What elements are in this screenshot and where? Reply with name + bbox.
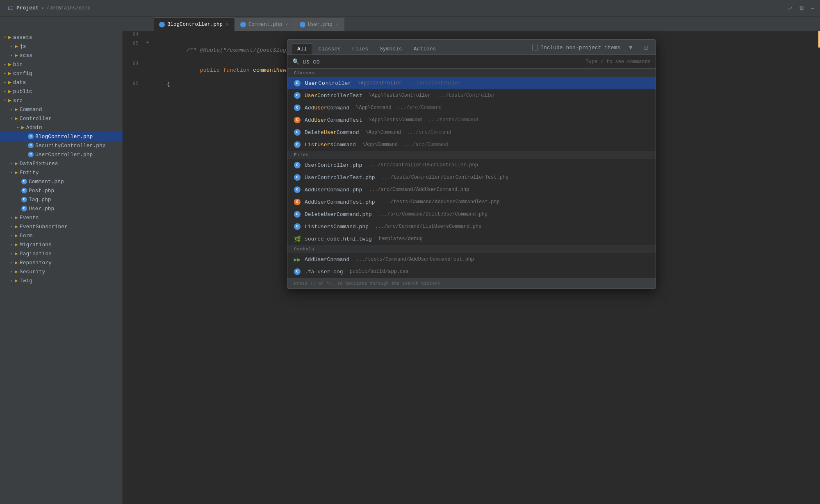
sidebar-item-pagination[interactable]: ▶ Pagination xyxy=(0,249,123,258)
layout-button[interactable]: ⇌ xyxy=(785,3,795,13)
sidebar-item-usercontroller[interactable]: C UserController.php xyxy=(0,150,123,159)
search-input[interactable] xyxy=(303,59,583,65)
result-item-usercontrollertest[interactable]: C UserControllerTest \App\Tests\Controll… xyxy=(287,89,656,102)
sidebar-item-blogcontroller[interactable]: C BlogController.php xyxy=(0,132,123,141)
folder-icon-migrations: ▶ xyxy=(15,241,18,248)
tab-close-user[interactable]: ✕ xyxy=(335,21,339,27)
result-item-listuserscommand[interactable]: C ListUsersCommand \App\Command .../src/… xyxy=(287,138,656,151)
sidebar-item-public[interactable]: ▶ public xyxy=(0,87,123,96)
sidebar-item-entity[interactable]: ▶ Entity xyxy=(0,168,123,177)
sidebar-item-src[interactable]: ▶ src xyxy=(0,96,123,105)
result-item-addusercommand[interactable]: C AddUserCommand \App\Command .../src/Co… xyxy=(287,102,656,114)
result-symbol-name-addusercommand: AddUserCommand xyxy=(305,257,349,263)
settings-button[interactable]: ⚙ xyxy=(797,3,807,13)
editor-area: 84 85 + /** @Route("/comment/{postSlug}/… xyxy=(123,31,820,504)
chevron-security xyxy=(8,269,15,274)
sidebar-item-comment[interactable]: C Comment.php xyxy=(0,177,123,186)
result-symbol-fausercog[interactable]: C .fa-user-cog public/build/app.css xyxy=(287,266,656,278)
result-name-usercontroller: UserController xyxy=(305,80,351,86)
folder-icon-assets: ▶ xyxy=(8,34,11,41)
search-tab-all[interactable]: All xyxy=(292,43,312,54)
result-file-sourcecode[interactable]: 🌿 source_code.html.twig templates/debug xyxy=(287,233,656,245)
result-symbol-addusercommand[interactable]: ▶▶ AddUserCommand .../tests/Command/AddU… xyxy=(287,253,656,266)
folder-icon-repository: ▶ xyxy=(15,259,18,266)
tab-user[interactable]: User.php ✕ xyxy=(294,18,345,31)
chevron-form xyxy=(8,233,15,238)
sidebar-item-eventsubscriber[interactable]: ▶ EventSubscriber xyxy=(0,222,123,231)
section-header-classes: Classes xyxy=(287,69,656,77)
sidebar-item-data[interactable]: ▶ data xyxy=(0,78,123,87)
result-symbol-path-addusercommand: .../tests/Command/AddUserCommandTest.php xyxy=(356,257,474,262)
tab-label-comment: Comment.php xyxy=(248,22,282,27)
tab-icon-user xyxy=(300,22,305,27)
tab-close-comment[interactable]: ✕ xyxy=(285,21,289,27)
sidebar-item-bin[interactable]: ▶ bin xyxy=(0,60,123,69)
result-file-listuserscommand[interactable]: C ListUsersCommand.php .../src/Command/L… xyxy=(287,220,656,233)
result-icon-addusercommandtest: C xyxy=(294,117,301,123)
sidebar-item-migrations[interactable]: ▶ Migrations xyxy=(0,240,123,249)
search-overlay: All Classes Files Symbols Actions Includ… xyxy=(123,31,820,504)
tabs-bar: BlogController.php ✕ Comment.php ✕ User.… xyxy=(0,16,820,31)
sidebar-item-user-entity[interactable]: C User.php xyxy=(0,204,123,213)
result-file-path-addusercommandtest: .../tests/Command/AddUserCommandTest.php xyxy=(382,199,500,205)
folder-icon-events: ▶ xyxy=(15,214,18,221)
result-item-usercontroller[interactable]: C UserController \App\Controller .../src… xyxy=(287,77,656,89)
chevron-pagination xyxy=(8,251,15,256)
layout-toggle-button[interactable]: ⊡ xyxy=(641,43,651,52)
sidebar: ▶ assets ▶ js ▶ scss ▶ bin ▶ config ▶ xyxy=(0,31,123,504)
folder-icon-data: ▶ xyxy=(8,79,11,86)
sidebar-item-security[interactable]: ▶ Security xyxy=(0,267,123,276)
sidebar-item-js[interactable]: ▶ js xyxy=(0,42,123,51)
result-path-addusercommand: \App\Command .../src/Command xyxy=(356,105,442,111)
search-tab-actions[interactable]: Actions xyxy=(409,43,441,54)
tab-close-blogcontroller[interactable]: ✕ xyxy=(225,21,230,27)
sidebar-item-controller[interactable]: ▶ Controller xyxy=(0,114,123,123)
search-tab-symbols[interactable]: Symbols xyxy=(375,43,407,54)
sidebar-item-config[interactable]: ▶ config xyxy=(0,69,123,78)
tab-blogcontroller[interactable]: BlogController.php ✕ xyxy=(154,18,235,31)
result-file-icon-twig: 🌿 xyxy=(294,236,301,242)
project-title[interactable]: 🗂 Project ▾ /JetBrains/demo xyxy=(3,4,95,12)
sidebar-item-securitycontroller[interactable]: C SecurityController.php xyxy=(0,141,123,150)
label-tag-php: Tag.php xyxy=(29,197,51,203)
label-datafixtures: DataFixtures xyxy=(20,161,58,167)
result-file-usercontroller[interactable]: C UserController.php .../src/Controller/… xyxy=(287,159,656,171)
filter-button[interactable]: ▼ xyxy=(625,43,636,52)
sidebar-item-twig[interactable]: ▶ Twig xyxy=(0,276,123,285)
folder-icon-bin: ▶ xyxy=(8,61,11,68)
result-file-addusercommand[interactable]: C AddUserCommand.php .../src/Command/Add… xyxy=(287,184,656,196)
sidebar-item-tag[interactable]: C Tag.php xyxy=(0,195,123,204)
label-bin: bin xyxy=(13,61,23,68)
chevron-js xyxy=(8,44,15,49)
sidebar-item-assets[interactable]: ▶ assets xyxy=(0,33,123,42)
search-tab-files[interactable]: Files xyxy=(347,43,373,54)
result-file-addusercommandtest[interactable]: C AddUserCommandTest.php .../tests/Comma… xyxy=(287,196,656,208)
sidebar-item-events[interactable]: ▶ Events xyxy=(0,213,123,222)
minimize-button[interactable]: − xyxy=(809,3,817,13)
result-file-deleteusercommand[interactable]: C DeleteUserCommand.php .../src/Command/… xyxy=(287,208,656,220)
result-symbol-icon-fausercog: C xyxy=(294,268,301,275)
include-nonproject-checkbox[interactable] xyxy=(532,45,538,50)
folder-icon-form: ▶ xyxy=(15,232,18,239)
tab-comment[interactable]: Comment.php ✕ xyxy=(235,18,294,31)
label-eventsubscriber: EventSubscriber xyxy=(20,224,68,230)
label-form: Form xyxy=(20,233,32,239)
sidebar-item-datafixtures[interactable]: ▶ DataFixtures xyxy=(0,159,123,168)
search-tab-classes[interactable]: Classes xyxy=(313,43,346,54)
folder-icon-entity: ▶ xyxy=(15,169,18,176)
title-bar: 🗂 Project ▾ /JetBrains/demo ⇌ ⚙ − xyxy=(0,0,820,16)
result-item-deleteusercommand[interactable]: C DeleteUserCommand \App\Command .../src… xyxy=(287,126,656,138)
search-tabs-bar: All Classes Files Symbols Actions Includ… xyxy=(287,40,656,55)
sidebar-item-post[interactable]: C Post.php xyxy=(0,186,123,195)
result-path-listuserscommand: \App\Command .../src/Command xyxy=(362,142,448,148)
sidebar-item-command[interactable]: ▶ Command xyxy=(0,105,123,114)
result-file-usercontrollertest[interactable]: C UserControllerTest.php .../tests/Contr… xyxy=(287,171,656,184)
sidebar-item-form[interactable]: ▶ Form xyxy=(0,231,123,240)
result-path-usercontroller: \App\Controller .../src/Controller xyxy=(358,80,461,86)
include-nonproject-option[interactable]: Include non-project items xyxy=(532,45,620,51)
folder-icon-command: ▶ xyxy=(15,106,18,113)
sidebar-item-repository[interactable]: ▶ Repository xyxy=(0,258,123,267)
sidebar-item-scss[interactable]: ▶ scss xyxy=(0,51,123,60)
sidebar-item-admin[interactable]: ▶ Admin xyxy=(0,123,123,132)
result-item-addusercommandtest[interactable]: C AddUserCommandTest \App\Tests\Command … xyxy=(287,114,656,126)
